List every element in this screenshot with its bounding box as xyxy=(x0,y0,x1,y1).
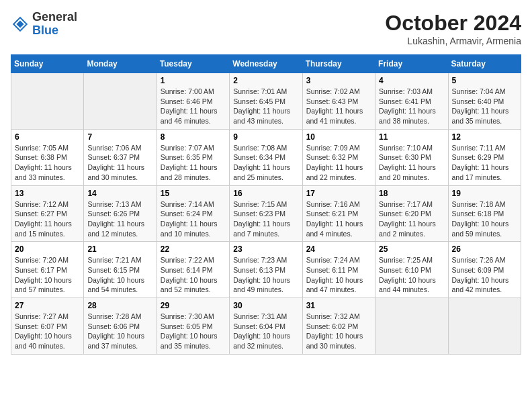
day-number: 6 xyxy=(15,132,80,142)
calendar-cell: 13Sunrise: 7:12 AMSunset: 6:27 PMDayligh… xyxy=(11,185,84,242)
day-info: Sunrise: 7:30 AMSunset: 6:05 PMDaylight:… xyxy=(161,312,226,351)
day-number: 8 xyxy=(161,132,226,142)
day-info: Sunrise: 7:27 AMSunset: 6:07 PMDaylight:… xyxy=(15,312,80,351)
calendar-cell: 21Sunrise: 7:21 AMSunset: 6:15 PMDayligh… xyxy=(84,242,157,298)
calendar-cell: 5Sunrise: 7:04 AMSunset: 6:40 PMDaylight… xyxy=(448,73,521,130)
day-number: 14 xyxy=(87,189,152,198)
day-number: 11 xyxy=(379,132,444,142)
logo-icon xyxy=(11,15,30,34)
day-info: Sunrise: 7:12 AMSunset: 6:27 PMDaylight:… xyxy=(15,199,80,239)
day-number: 9 xyxy=(233,132,298,142)
calendar-body: 1Sunrise: 7:00 AMSunset: 6:46 PMDaylight… xyxy=(11,73,521,355)
day-info: Sunrise: 7:24 AMSunset: 6:11 PMDaylight:… xyxy=(306,255,371,295)
day-info: Sunrise: 7:23 AMSunset: 6:13 PMDaylight:… xyxy=(233,255,298,295)
calendar-cell: 1Sunrise: 7:00 AMSunset: 6:46 PMDaylight… xyxy=(157,73,229,130)
calendar-cell xyxy=(84,73,157,130)
week-row-2: 6Sunrise: 7:05 AMSunset: 6:38 PMDaylight… xyxy=(11,129,521,185)
day-info: Sunrise: 7:11 AMSunset: 6:29 PMDaylight:… xyxy=(452,143,517,183)
day-number: 28 xyxy=(87,301,152,310)
day-info: Sunrise: 7:20 AMSunset: 6:17 PMDaylight:… xyxy=(15,255,80,295)
calendar-cell: 20Sunrise: 7:20 AMSunset: 6:17 PMDayligh… xyxy=(11,242,84,298)
calendar-cell: 9Sunrise: 7:08 AMSunset: 6:34 PMDaylight… xyxy=(230,129,302,185)
weekday-header-friday: Friday xyxy=(375,55,448,73)
calendar-cell: 25Sunrise: 7:25 AMSunset: 6:10 PMDayligh… xyxy=(375,242,448,298)
logo: General Blue xyxy=(11,11,77,38)
day-info: Sunrise: 7:13 AMSunset: 6:26 PMDaylight:… xyxy=(87,199,152,239)
day-info: Sunrise: 7:21 AMSunset: 6:15 PMDaylight:… xyxy=(87,255,152,295)
calendar-cell: 23Sunrise: 7:23 AMSunset: 6:13 PMDayligh… xyxy=(230,242,302,298)
day-number: 20 xyxy=(15,244,80,254)
day-number: 10 xyxy=(306,132,371,142)
day-info: Sunrise: 7:08 AMSunset: 6:34 PMDaylight:… xyxy=(233,143,298,183)
day-number: 23 xyxy=(233,244,298,254)
day-number: 22 xyxy=(161,244,226,254)
day-number: 15 xyxy=(161,189,226,198)
calendar-cell: 10Sunrise: 7:09 AMSunset: 6:32 PMDayligh… xyxy=(302,129,375,185)
day-info: Sunrise: 7:14 AMSunset: 6:24 PMDaylight:… xyxy=(161,199,226,239)
day-number: 4 xyxy=(379,76,444,85)
calendar-cell: 18Sunrise: 7:17 AMSunset: 6:20 PMDayligh… xyxy=(375,185,448,242)
calendar-cell: 16Sunrise: 7:15 AMSunset: 6:23 PMDayligh… xyxy=(230,185,302,242)
calendar-header: SundayMondayTuesdayWednesdayThursdayFrid… xyxy=(11,55,521,73)
day-info: Sunrise: 7:22 AMSunset: 6:14 PMDaylight:… xyxy=(161,255,226,295)
calendar-cell: 3Sunrise: 7:02 AMSunset: 6:43 PMDaylight… xyxy=(302,73,375,130)
calendar-cell: 22Sunrise: 7:22 AMSunset: 6:14 PMDayligh… xyxy=(157,242,229,298)
weekday-header-monday: Monday xyxy=(84,55,157,73)
day-info: Sunrise: 7:16 AMSunset: 6:21 PMDaylight:… xyxy=(306,199,371,239)
calendar-cell: 19Sunrise: 7:18 AMSunset: 6:18 PMDayligh… xyxy=(448,185,521,242)
day-info: Sunrise: 7:01 AMSunset: 6:45 PMDaylight:… xyxy=(233,87,298,126)
calendar-cell: 15Sunrise: 7:14 AMSunset: 6:24 PMDayligh… xyxy=(157,185,229,242)
day-number: 21 xyxy=(87,244,152,254)
day-info: Sunrise: 7:31 AMSunset: 6:04 PMDaylight:… xyxy=(233,312,298,351)
week-row-3: 13Sunrise: 7:12 AMSunset: 6:27 PMDayligh… xyxy=(11,185,521,242)
day-number: 5 xyxy=(452,76,517,85)
day-number: 13 xyxy=(15,189,80,198)
title-block: October 2024 Lukashin, Armavir, Armenia xyxy=(385,11,521,46)
day-number: 17 xyxy=(306,189,371,198)
calendar-cell: 8Sunrise: 7:07 AMSunset: 6:35 PMDaylight… xyxy=(157,129,229,185)
day-info: Sunrise: 7:04 AMSunset: 6:40 PMDaylight:… xyxy=(452,87,517,126)
day-number: 2 xyxy=(233,76,298,85)
day-info: Sunrise: 7:06 AMSunset: 6:37 PMDaylight:… xyxy=(87,143,152,183)
calendar-cell: 14Sunrise: 7:13 AMSunset: 6:26 PMDayligh… xyxy=(84,185,157,242)
location: Lukashin, Armavir, Armenia xyxy=(385,36,521,46)
day-number: 30 xyxy=(233,301,298,310)
month-title: October 2024 xyxy=(385,11,521,36)
day-number: 26 xyxy=(452,244,517,254)
weekday-row: SundayMondayTuesdayWednesdayThursdayFrid… xyxy=(11,55,521,73)
calendar-cell: 4Sunrise: 7:03 AMSunset: 6:41 PMDaylight… xyxy=(375,73,448,130)
day-number: 19 xyxy=(452,189,517,198)
calendar-cell: 2Sunrise: 7:01 AMSunset: 6:45 PMDaylight… xyxy=(230,73,302,130)
day-number: 16 xyxy=(233,189,298,198)
calendar-cell: 28Sunrise: 7:28 AMSunset: 6:06 PMDayligh… xyxy=(84,298,157,355)
calendar-cell: 24Sunrise: 7:24 AMSunset: 6:11 PMDayligh… xyxy=(302,242,375,298)
calendar-cell: 7Sunrise: 7:06 AMSunset: 6:37 PMDaylight… xyxy=(84,129,157,185)
weekday-header-saturday: Saturday xyxy=(448,55,521,73)
calendar-table: SundayMondayTuesdayWednesdayThursdayFrid… xyxy=(11,54,521,355)
day-number: 25 xyxy=(379,244,444,254)
day-number: 31 xyxy=(306,301,371,310)
calendar-cell: 6Sunrise: 7:05 AMSunset: 6:38 PMDaylight… xyxy=(11,129,84,185)
logo-text: General Blue xyxy=(32,11,77,38)
week-row-4: 20Sunrise: 7:20 AMSunset: 6:17 PMDayligh… xyxy=(11,242,521,298)
calendar-cell xyxy=(375,298,448,355)
page-header: General Blue October 2024 Lukashin, Arma… xyxy=(11,11,521,46)
day-info: Sunrise: 7:00 AMSunset: 6:46 PMDaylight:… xyxy=(161,87,226,126)
day-info: Sunrise: 7:26 AMSunset: 6:09 PMDaylight:… xyxy=(452,255,517,295)
weekday-header-wednesday: Wednesday xyxy=(230,55,302,73)
calendar-cell: 12Sunrise: 7:11 AMSunset: 6:29 PMDayligh… xyxy=(448,129,521,185)
day-number: 1 xyxy=(161,76,226,85)
calendar-cell: 26Sunrise: 7:26 AMSunset: 6:09 PMDayligh… xyxy=(448,242,521,298)
calendar-cell xyxy=(448,298,521,355)
day-info: Sunrise: 7:09 AMSunset: 6:32 PMDaylight:… xyxy=(306,143,371,183)
day-info: Sunrise: 7:32 AMSunset: 6:02 PMDaylight:… xyxy=(306,312,371,351)
week-row-1: 1Sunrise: 7:00 AMSunset: 6:46 PMDaylight… xyxy=(11,73,521,130)
day-info: Sunrise: 7:05 AMSunset: 6:38 PMDaylight:… xyxy=(15,143,80,183)
day-number: 18 xyxy=(379,189,444,198)
calendar-cell: 17Sunrise: 7:16 AMSunset: 6:21 PMDayligh… xyxy=(302,185,375,242)
day-info: Sunrise: 7:17 AMSunset: 6:20 PMDaylight:… xyxy=(379,199,444,239)
day-info: Sunrise: 7:28 AMSunset: 6:06 PMDaylight:… xyxy=(87,312,152,351)
day-number: 27 xyxy=(15,301,80,310)
day-info: Sunrise: 7:15 AMSunset: 6:23 PMDaylight:… xyxy=(233,199,298,239)
day-info: Sunrise: 7:10 AMSunset: 6:30 PMDaylight:… xyxy=(379,143,444,183)
